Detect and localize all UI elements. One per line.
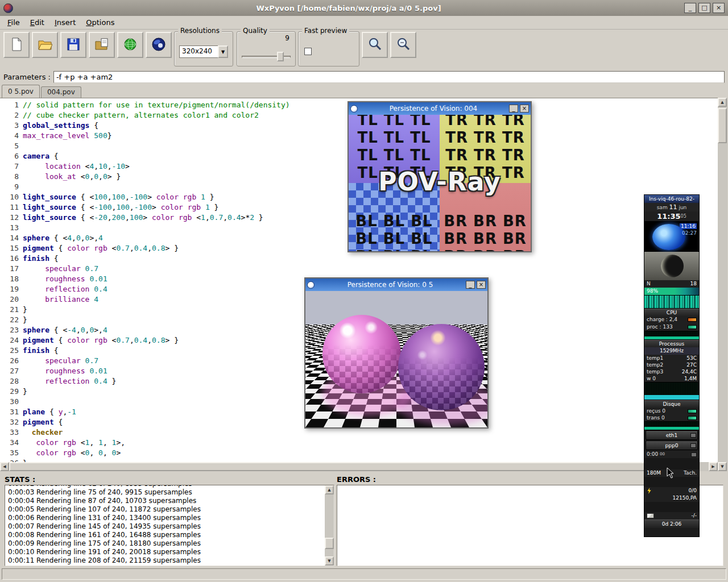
- cpu-proc-meter: [688, 325, 697, 329]
- scroll-left-button[interactable]: ◀: [0, 462, 9, 471]
- mail-icon: [647, 513, 654, 518]
- pov004-titlebar[interactable]: Persistence of Vision: 004 _ ×: [349, 102, 531, 115]
- menu-edit[interactable]: Edit: [25, 16, 49, 28]
- maximize-button[interactable]: □: [698, 3, 710, 13]
- menu-insert[interactable]: Insert: [49, 16, 81, 28]
- resolution-select[interactable]: 320x240 ▼: [179, 45, 228, 58]
- ppp0-panel[interactable]: ppp0: [646, 440, 698, 450]
- hscroll-thumb[interactable]: [9, 462, 700, 471]
- stats-scroll-up-button[interactable]: ▲: [325, 485, 334, 494]
- open-file-button[interactable]: [32, 32, 58, 58]
- globe-icon: [123, 37, 138, 53]
- close-button[interactable]: ×: [713, 3, 725, 13]
- save-file-button[interactable]: [60, 32, 86, 58]
- pov05-close-button[interactable]: ×: [477, 281, 486, 289]
- resolution-value[interactable]: 320x240: [179, 45, 218, 58]
- monitor-spacer: [644, 502, 699, 512]
- new-file-button[interactable]: [3, 32, 30, 58]
- quadrant-label-row: TR TR TR: [440, 129, 531, 147]
- editor-hscrollbar[interactable]: ◀ ▶: [0, 462, 718, 471]
- date-month: jun: [679, 205, 686, 210]
- mouse-cursor: [667, 467, 674, 479]
- stats-line: 0:00:09 Rendering line 175 of 240, 18180…: [8, 539, 334, 548]
- tab-004.pov[interactable]: 004.pov: [41, 86, 81, 98]
- temp3-value: 24,4C: [682, 368, 697, 375]
- eth1-panel[interactable]: eth1: [646, 430, 698, 440]
- pov05-titlebar[interactable]: Persistence of Vision: 0 5 _ ×: [305, 278, 487, 291]
- scroll-right-button[interactable]: ▶: [709, 462, 718, 471]
- date-weekday: sam: [657, 205, 668, 210]
- quality-group: Quality 9: [237, 31, 296, 66]
- titlebar[interactable]: WxPyvon [/home/fabien/wx/proj/a a/0 5.po…: [0, 0, 728, 16]
- quadrant-label-row: TL TL TL: [349, 147, 440, 164]
- stats-scrollbar[interactable]: ▲ ▼: [325, 485, 334, 566]
- resolution-dropdown-button[interactable]: ▼: [218, 45, 228, 58]
- cpu-chart: [644, 331, 699, 340]
- eth1-button[interactable]: [690, 433, 696, 438]
- menu-file[interactable]: File: [2, 16, 25, 28]
- menubar: FileEditInsertOptions: [0, 16, 728, 30]
- quadrant-label-row: BR BR BR: [440, 248, 531, 251]
- app-icon: [3, 3, 13, 13]
- stats-scroll-down-button[interactable]: ▼: [325, 556, 334, 566]
- world-clock-panel: 11:16 02:27: [644, 221, 699, 252]
- resolutions-group-label: Resolutions: [178, 27, 222, 35]
- quality-slider-handle[interactable]: [277, 52, 284, 61]
- minimize-button[interactable]: _: [684, 3, 696, 13]
- stats-panel[interactable]: 0:00:02 Rendering line 62 of 240, 8933 s…: [5, 485, 334, 566]
- temp3-label: temp3: [647, 368, 663, 375]
- render-button[interactable]: [117, 32, 143, 58]
- fast-preview-checkbox[interactable]: [304, 48, 312, 55]
- process-section-header[interactable]: Processus: [644, 340, 699, 347]
- monitor-clock: 11:3505: [644, 211, 699, 221]
- vscroll-thumb[interactable]: [718, 108, 727, 143]
- timer-button[interactable]: [691, 452, 697, 457]
- monitor-hostname[interactable]: lns-viq-46-rou-82-: [644, 195, 699, 203]
- save-all-button[interactable]: [89, 32, 115, 58]
- zoom-2-button[interactable]: [390, 32, 416, 58]
- disk-section-header[interactable]: Disque: [644, 400, 699, 408]
- cpu-section-header[interactable]: CPU: [644, 309, 699, 316]
- quality-group-label: Quality: [241, 27, 270, 35]
- quadrant-label-row: TL TL TL: [349, 115, 440, 129]
- editor-vscrollbar[interactable]: ▲ ▼: [718, 98, 727, 471]
- pov004-minimize-button[interactable]: _: [509, 105, 518, 113]
- quality-slider[interactable]: [242, 51, 291, 61]
- menu-options[interactable]: Options: [81, 16, 119, 28]
- scroll-up-button[interactable]: ▲: [718, 98, 727, 107]
- ppp0-button[interactable]: [690, 443, 696, 448]
- cpu-load-meter: [688, 318, 697, 322]
- zoom-1-button[interactable]: [362, 32, 388, 58]
- disk-read-label: reçus 0: [647, 408, 665, 414]
- timezone-time-1: 11:16: [680, 223, 697, 229]
- povray-launch-button[interactable]: [146, 32, 172, 58]
- parameters-label: Parameters :: [3, 73, 51, 81]
- pov004-close-button[interactable]: ×: [520, 105, 529, 113]
- parameters-input[interactable]: [53, 71, 725, 83]
- quadrant-label-row: BR BR BR: [440, 230, 531, 248]
- scroll-down-button[interactable]: ▼: [718, 462, 727, 471]
- timezone-time-2: 02:27: [682, 230, 697, 236]
- moon-age: 18: [690, 280, 697, 288]
- quadrant-label-row: TR TR TR: [440, 115, 531, 129]
- povray-icon: [151, 37, 166, 53]
- disk-chart: [644, 421, 699, 430]
- stats-line: 0:00:08 Rendering line 161 of 240, 16488…: [8, 531, 334, 539]
- magnifier-icon: [367, 37, 382, 53]
- pov05-minimize-button[interactable]: _: [466, 281, 475, 289]
- power-row: 0/0: [644, 487, 699, 494]
- cpu-load-row: charge : 2,4: [644, 316, 699, 323]
- tab-0 5.pov[interactable]: 0 5.pov: [2, 85, 40, 98]
- code-line: 16finish {: [0, 253, 718, 264]
- disk-write-label: trans 0: [647, 414, 665, 421]
- battery-percent: 98%: [647, 288, 658, 294]
- pov-window-icon: [307, 281, 315, 289]
- fast-preview-group-label: Fast preview: [302, 27, 349, 35]
- stats-scroll-thumb[interactable]: [325, 538, 334, 549]
- quadrant-label-row: BR BR BR: [440, 213, 531, 230]
- quadrant-label-row: BL BL BL: [349, 248, 440, 251]
- uptime-bar: 0d 2:06: [644, 519, 699, 528]
- power-value: 0/0: [689, 487, 697, 494]
- date-day: 11: [669, 203, 677, 211]
- mail-row: -/-: [644, 512, 699, 519]
